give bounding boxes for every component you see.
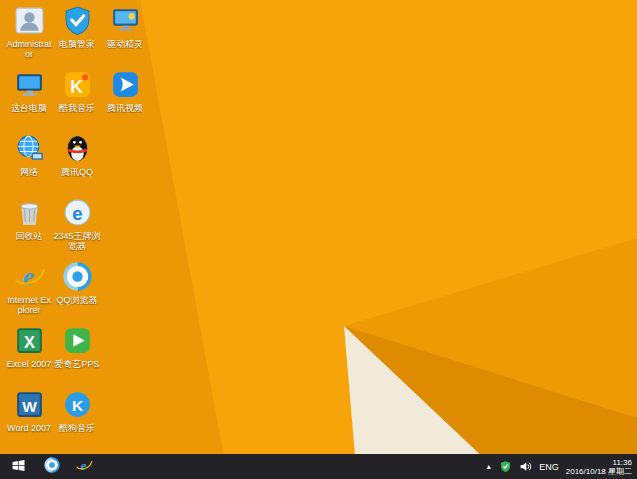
- desktop-icon-pc-manager[interactable]: 电脑管家: [53, 4, 101, 49]
- show-hidden-icons-button[interactable]: ▲: [485, 463, 492, 470]
- system-tray: ▲ ENG 11:36 2016/10/18 星期二: [485, 454, 637, 479]
- desktop-icon-label: 爱奇艺PPS: [54, 359, 99, 369]
- excel-icon: X: [13, 324, 46, 357]
- ie-icon: e: [13, 260, 46, 293]
- svg-text:e: e: [72, 203, 82, 224]
- desktop-icon-qq-browser[interactable]: QQ浏览器: [53, 260, 101, 305]
- desktop-icon-label: 腾讯QQ: [61, 167, 93, 177]
- computer-icon: [13, 68, 46, 101]
- desktop-icon-grid: Administrator这台电脑网络回收站eInternet Explorer…: [0, 0, 637, 479]
- security-tray-button[interactable]: [499, 460, 512, 473]
- qq-browser-icon: [43, 456, 61, 478]
- ie-icon: e: [75, 456, 93, 478]
- network-globe-icon: [13, 132, 46, 165]
- taskbar-app-qq-browser[interactable]: [36, 454, 68, 479]
- desktop-icon-driver-genius[interactable]: 驱动精灵: [101, 4, 149, 49]
- driver-monitor-icon: [109, 4, 142, 37]
- user-folder-icon: [13, 4, 46, 37]
- svg-text:K: K: [71, 397, 83, 414]
- clock[interactable]: 11:36 2016/10/18 星期二: [566, 458, 632, 476]
- language-indicator[interactable]: ENG: [539, 462, 559, 472]
- desktop-icon-label: 酷狗音乐: [59, 423, 95, 433]
- desktop-icon-label: 驱动精灵: [107, 39, 143, 49]
- desktop-icon-excel-2007[interactable]: XExcel 2007: [5, 324, 53, 369]
- desktop-icon-label: 电脑管家: [59, 39, 95, 49]
- desktop-icon-label: 这台电脑: [11, 103, 47, 113]
- volume-button[interactable]: [519, 460, 532, 473]
- taskbar: e ▲ ENG 11:36 2016/10/18 星期二: [0, 454, 637, 479]
- desktop-icon-tencent-qq[interactable]: 腾讯QQ: [53, 132, 101, 177]
- desktop-icon-kugou-music[interactable]: K酷狗音乐: [53, 388, 101, 433]
- svg-text:e: e: [22, 263, 33, 290]
- desktop-icon-label: 回收站: [16, 231, 43, 241]
- desktop-icon-label: 酷我音乐: [59, 103, 95, 113]
- desktop-icon-administrator[interactable]: Administrator: [5, 4, 53, 59]
- music-k-icon: K: [61, 68, 94, 101]
- shield-check-icon: [61, 4, 94, 37]
- tencent-video-icon: [109, 68, 142, 101]
- desktop-icon-label: Internet Explorer: [5, 295, 53, 315]
- recycle-bin-icon: [13, 196, 46, 229]
- desktop-icon-tencent-video[interactable]: 腾讯视频: [101, 68, 149, 113]
- browser-e-icon: e: [61, 196, 94, 229]
- desktop-icon-label: Administrator: [5, 39, 53, 59]
- screen: Administrator这台电脑网络回收站eInternet Explorer…: [0, 0, 637, 479]
- svg-text:K: K: [70, 77, 83, 97]
- desktop-icon-label: 2345王牌浏览器: [53, 231, 101, 251]
- windows-logo-icon: [11, 458, 26, 476]
- kugou-k-icon: K: [61, 388, 94, 421]
- clock-date: 2016/10/18 星期二: [566, 467, 632, 476]
- speaker-icon: [519, 460, 532, 473]
- desktop-icon-word-2007[interactable]: WWord 2007: [5, 388, 53, 433]
- word-icon: W: [13, 388, 46, 421]
- desktop-icon-label: 腾讯视频: [107, 103, 143, 113]
- desktop-icon-label: QQ浏览器: [56, 295, 97, 305]
- desktop-icon-kuwo-music[interactable]: K酷我音乐: [53, 68, 101, 113]
- desktop-icon-recycle-bin[interactable]: 回收站: [5, 196, 53, 241]
- desktop-icon-iqiyi-pps[interactable]: 爱奇艺PPS: [53, 324, 101, 369]
- svg-text:X: X: [23, 333, 34, 351]
- clock-time: 11:36: [566, 458, 632, 467]
- desktop-icon-label: 网络: [20, 167, 38, 177]
- desktop-icon-internet-explorer[interactable]: eInternet Explorer: [5, 260, 53, 315]
- desktop-icon-label: Excel 2007: [7, 359, 52, 369]
- taskbar-app-internet-explorer[interactable]: e: [68, 454, 100, 479]
- desktop-icon-network[interactable]: 网络: [5, 132, 53, 177]
- svg-text:e: e: [80, 457, 86, 472]
- desktop-background[interactable]: Administrator这台电脑网络回收站eInternet Explorer…: [0, 0, 637, 479]
- pinned-apps: e: [36, 454, 100, 479]
- desktop-icon-this-pc[interactable]: 这台电脑: [5, 68, 53, 113]
- desktop-icon-2345-browser[interactable]: e2345王牌浏览器: [53, 196, 101, 251]
- shield-check-icon: [499, 460, 512, 473]
- desktop-icon-label: Word 2007: [7, 423, 51, 433]
- iqiyi-play-icon: [61, 324, 94, 357]
- qq-browser-icon: [61, 260, 94, 293]
- chevron-up-icon: ▲: [485, 463, 492, 470]
- svg-text:W: W: [22, 398, 37, 415]
- qq-penguin-icon: [61, 132, 94, 165]
- start-button[interactable]: [0, 454, 36, 479]
